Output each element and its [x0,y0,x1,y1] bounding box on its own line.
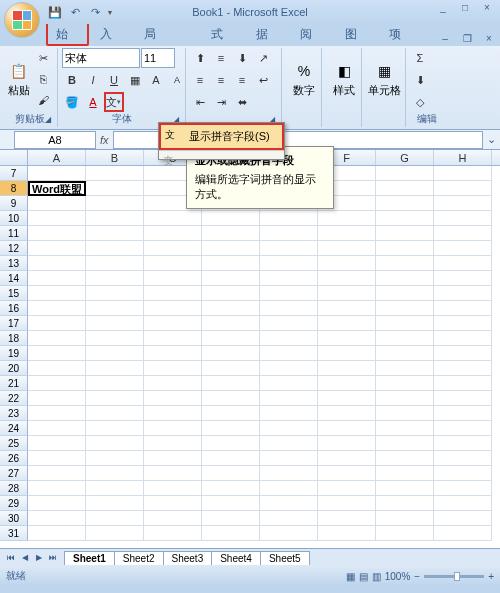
cell[interactable] [376,451,434,466]
row-header[interactable]: 29 [0,496,28,511]
increase-indent-icon[interactable]: ⇥ [211,92,231,112]
redo-icon[interactable]: ↷ [86,3,104,21]
cell[interactable] [260,286,318,301]
cell[interactable] [434,196,492,211]
cell[interactable] [202,526,260,541]
minimize-button[interactable]: _ [432,0,454,15]
cell[interactable] [376,181,434,196]
cell[interactable] [144,256,202,271]
cell[interactable] [86,481,144,496]
cell[interactable] [434,211,492,226]
align-middle-icon[interactable]: ≡ [211,48,231,68]
row-header[interactable]: 13 [0,256,28,271]
cell[interactable] [376,526,434,541]
cell[interactable] [434,466,492,481]
cell[interactable] [28,286,86,301]
cell[interactable] [86,421,144,436]
cell[interactable] [376,196,434,211]
shrink-font-button[interactable]: A [167,70,187,90]
cell[interactable] [376,271,434,286]
cell[interactable] [260,331,318,346]
border-button[interactable]: ▦ [125,70,145,90]
cell[interactable] [260,316,318,331]
cell[interactable] [86,451,144,466]
cell[interactable]: Word联盟 [28,181,86,196]
cell[interactable] [260,481,318,496]
select-all-corner[interactable] [0,150,28,165]
cell[interactable] [28,466,86,481]
cell[interactable] [202,406,260,421]
cell[interactable] [376,301,434,316]
cell[interactable] [86,196,144,211]
cell[interactable] [318,226,376,241]
cell[interactable] [86,271,144,286]
cell[interactable] [434,526,492,541]
cell[interactable] [376,211,434,226]
cell[interactable] [376,376,434,391]
cell[interactable] [434,331,492,346]
copy-icon[interactable]: ⎘ [33,69,53,89]
cell[interactable] [434,316,492,331]
cell[interactable] [86,526,144,541]
cell[interactable] [376,241,434,256]
cell[interactable] [434,361,492,376]
wrap-text-icon[interactable]: ↩ [253,70,273,90]
cell[interactable] [28,451,86,466]
cut-icon[interactable]: ✂ [33,48,53,68]
row-header[interactable]: 26 [0,451,28,466]
cell[interactable] [86,466,144,481]
cell[interactable] [376,226,434,241]
decrease-indent-icon[interactable]: ⇤ [190,92,210,112]
cell[interactable] [28,421,86,436]
cell[interactable] [260,436,318,451]
cell[interactable] [28,196,86,211]
cell[interactable] [434,451,492,466]
maximize-button[interactable]: □ [454,0,476,15]
cell[interactable] [144,346,202,361]
cell[interactable] [202,496,260,511]
cell[interactable] [86,286,144,301]
cell[interactable] [144,286,202,301]
cell[interactable] [28,166,86,181]
zoom-level[interactable]: 100% [385,571,411,582]
cell[interactable] [202,241,260,256]
fill-icon[interactable]: ⬇ [410,70,430,90]
cell[interactable] [202,376,260,391]
first-sheet-icon[interactable]: ⏮ [4,551,18,565]
cell[interactable] [28,406,86,421]
cell[interactable] [86,346,144,361]
row-header[interactable]: 22 [0,391,28,406]
cell[interactable] [260,376,318,391]
cell[interactable] [28,316,86,331]
name-box[interactable] [14,131,96,149]
workbook-close-button[interactable]: × [478,31,500,46]
row-header[interactable]: 12 [0,241,28,256]
cell[interactable] [376,421,434,436]
cell[interactable] [376,511,434,526]
close-button[interactable]: × [476,0,498,15]
cell[interactable] [28,376,86,391]
cell[interactable] [144,451,202,466]
row-header[interactable]: 30 [0,511,28,526]
cell[interactable] [86,391,144,406]
cell[interactable] [28,436,86,451]
cell[interactable] [376,466,434,481]
cell[interactable] [86,301,144,316]
cell[interactable] [144,361,202,376]
row-header[interactable]: 24 [0,421,28,436]
cell[interactable] [376,256,434,271]
cell[interactable] [376,286,434,301]
cell[interactable] [434,496,492,511]
row-header[interactable]: 17 [0,316,28,331]
cell[interactable] [202,346,260,361]
column-header[interactable]: G [376,150,434,165]
cell[interactable] [434,481,492,496]
cell[interactable] [260,241,318,256]
row-header[interactable]: 19 [0,346,28,361]
cell[interactable] [318,526,376,541]
cell[interactable] [260,421,318,436]
align-bottom-icon[interactable]: ⬇ [232,48,252,68]
cell[interactable] [260,361,318,376]
cell[interactable] [260,301,318,316]
cell[interactable] [144,436,202,451]
